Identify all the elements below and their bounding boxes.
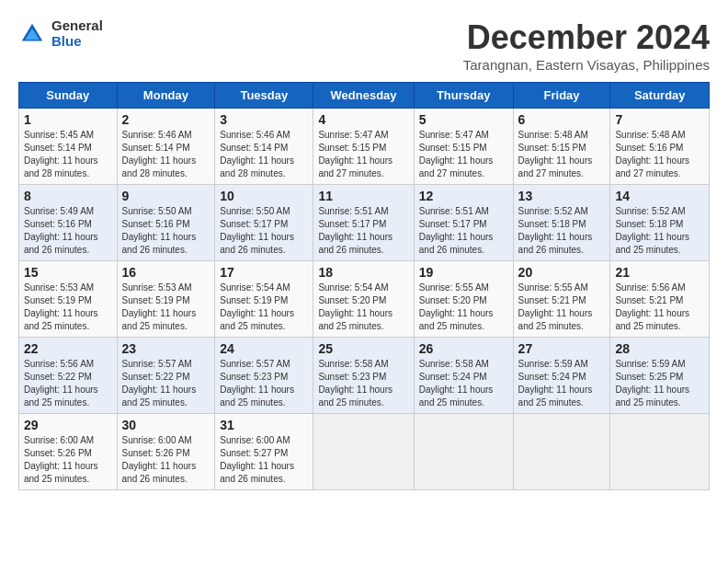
- day-number: 13: [518, 189, 606, 203]
- day-number: 20: [518, 265, 606, 280]
- calendar-day-cell: 24Sunrise: 5:57 AM Sunset: 5:23 PM Dayli…: [215, 338, 313, 414]
- calendar-day-cell: 4Sunrise: 5:47 AM Sunset: 5:15 PM Daylig…: [313, 109, 414, 185]
- day-number: 2: [122, 112, 210, 127]
- day-number: 14: [615, 189, 704, 203]
- day-detail: Sunrise: 5:49 AM Sunset: 5:16 PM Dayligh…: [24, 205, 112, 257]
- day-detail: Sunrise: 5:56 AM Sunset: 5:22 PM Dayligh…: [24, 358, 112, 409]
- day-detail: Sunrise: 5:46 AM Sunset: 5:14 PM Dayligh…: [220, 129, 308, 180]
- day-detail: Sunrise: 5:51 AM Sunset: 5:17 PM Dayligh…: [419, 205, 508, 257]
- calendar-week-row: 8Sunrise: 5:49 AM Sunset: 5:16 PM Daylig…: [19, 185, 710, 261]
- day-detail: Sunrise: 5:52 AM Sunset: 5:18 PM Dayligh…: [615, 205, 704, 257]
- day-of-week-header: Sunday: [19, 83, 118, 109]
- day-detail: Sunrise: 5:55 AM Sunset: 5:20 PM Dayligh…: [419, 282, 508, 333]
- day-number: 3: [220, 112, 308, 127]
- day-detail: Sunrise: 5:45 AM Sunset: 5:14 PM Dayligh…: [24, 129, 112, 180]
- day-of-week-header: Saturday: [610, 83, 710, 109]
- day-detail: Sunrise: 5:51 AM Sunset: 5:17 PM Dayligh…: [318, 205, 408, 257]
- day-detail: Sunrise: 5:48 AM Sunset: 5:15 PM Dayligh…: [518, 129, 606, 180]
- calendar-day-cell: 25Sunrise: 5:58 AM Sunset: 5:23 PM Dayli…: [313, 338, 414, 414]
- calendar-day-cell: 13Sunrise: 5:52 AM Sunset: 5:18 PM Dayli…: [513, 185, 610, 261]
- calendar-day-cell: 19Sunrise: 5:55 AM Sunset: 5:20 PM Dayli…: [414, 261, 513, 338]
- day-detail: Sunrise: 5:58 AM Sunset: 5:23 PM Dayligh…: [318, 358, 408, 409]
- day-detail: Sunrise: 5:53 AM Sunset: 5:19 PM Dayligh…: [122, 282, 210, 333]
- day-detail: Sunrise: 5:59 AM Sunset: 5:25 PM Dayligh…: [615, 358, 704, 409]
- day-number: 18: [318, 265, 408, 280]
- day-detail: Sunrise: 6:00 AM Sunset: 5:27 PM Dayligh…: [220, 434, 308, 486]
- day-number: 17: [220, 265, 308, 280]
- day-number: 16: [122, 265, 210, 280]
- title-area: December 2024 Tarangnan, Eastern Visayas…: [463, 18, 710, 73]
- day-detail: Sunrise: 5:46 AM Sunset: 5:14 PM Dayligh…: [122, 129, 210, 180]
- day-number: 8: [24, 189, 112, 203]
- day-number: 4: [318, 112, 408, 127]
- logo-text: General Blue: [51, 18, 103, 49]
- day-of-week-header: Monday: [117, 83, 215, 109]
- day-number: 5: [419, 112, 508, 127]
- day-of-week-header: Wednesday: [313, 83, 414, 109]
- day-detail: Sunrise: 5:57 AM Sunset: 5:23 PM Dayligh…: [220, 358, 308, 409]
- day-number: 23: [122, 341, 210, 356]
- calendar-week-row: 29Sunrise: 6:00 AM Sunset: 5:26 PM Dayli…: [19, 414, 710, 490]
- calendar-day-cell: 16Sunrise: 5:53 AM Sunset: 5:19 PM Dayli…: [117, 261, 215, 338]
- calendar-day-cell: 23Sunrise: 5:57 AM Sunset: 5:22 PM Dayli…: [117, 338, 215, 414]
- day-detail: Sunrise: 5:52 AM Sunset: 5:18 PM Dayligh…: [518, 205, 606, 257]
- calendar-day-cell: 31Sunrise: 6:00 AM Sunset: 5:27 PM Dayli…: [215, 414, 313, 490]
- day-number: 31: [220, 418, 308, 432]
- calendar-day-cell: 6Sunrise: 5:48 AM Sunset: 5:15 PM Daylig…: [513, 109, 610, 185]
- calendar-day-cell: 12Sunrise: 5:51 AM Sunset: 5:17 PM Dayli…: [414, 185, 513, 261]
- day-detail: Sunrise: 6:00 AM Sunset: 5:26 PM Dayligh…: [122, 434, 210, 486]
- calendar-day-cell: 10Sunrise: 5:50 AM Sunset: 5:17 PM Dayli…: [215, 185, 313, 261]
- day-number: 24: [220, 341, 308, 356]
- day-number: 19: [419, 265, 508, 280]
- calendar-day-cell: [513, 414, 610, 490]
- calendar-day-cell: 27Sunrise: 5:59 AM Sunset: 5:24 PM Dayli…: [513, 338, 610, 414]
- day-of-week-header: Friday: [513, 83, 610, 109]
- calendar-week-row: 1Sunrise: 5:45 AM Sunset: 5:14 PM Daylig…: [19, 109, 710, 185]
- day-number: 27: [518, 341, 606, 356]
- day-detail: Sunrise: 5:47 AM Sunset: 5:15 PM Dayligh…: [419, 129, 508, 180]
- day-number: 30: [122, 418, 210, 432]
- calendar-day-cell: 20Sunrise: 5:55 AM Sunset: 5:21 PM Dayli…: [513, 261, 610, 338]
- day-detail: Sunrise: 5:55 AM Sunset: 5:21 PM Dayligh…: [518, 282, 606, 333]
- calendar-day-cell: 15Sunrise: 5:53 AM Sunset: 5:19 PM Dayli…: [19, 261, 118, 338]
- calendar-day-cell: 22Sunrise: 5:56 AM Sunset: 5:22 PM Dayli…: [19, 338, 118, 414]
- calendar-day-cell: 1Sunrise: 5:45 AM Sunset: 5:14 PM Daylig…: [19, 109, 118, 185]
- day-number: 1: [24, 112, 112, 127]
- day-detail: Sunrise: 5:59 AM Sunset: 5:24 PM Dayligh…: [518, 358, 606, 409]
- calendar-week-row: 15Sunrise: 5:53 AM Sunset: 5:19 PM Dayli…: [19, 261, 710, 338]
- calendar-day-cell: 5Sunrise: 5:47 AM Sunset: 5:15 PM Daylig…: [414, 109, 513, 185]
- page-header: General Blue December 2024 Tarangnan, Ea…: [18, 18, 710, 73]
- calendar-day-cell: 30Sunrise: 6:00 AM Sunset: 5:26 PM Dayli…: [117, 414, 215, 490]
- logo-general: General: [51, 18, 103, 34]
- calendar-table: SundayMondayTuesdayWednesdayThursdayFrid…: [18, 82, 710, 490]
- calendar-day-cell: [414, 414, 513, 490]
- day-number: 29: [24, 418, 112, 432]
- day-detail: Sunrise: 5:54 AM Sunset: 5:19 PM Dayligh…: [220, 282, 308, 333]
- day-detail: Sunrise: 5:54 AM Sunset: 5:20 PM Dayligh…: [318, 282, 408, 333]
- subtitle: Tarangnan, Eastern Visayas, Philippines: [463, 57, 710, 73]
- calendar-day-cell: 8Sunrise: 5:49 AM Sunset: 5:16 PM Daylig…: [19, 185, 118, 261]
- day-detail: Sunrise: 5:47 AM Sunset: 5:15 PM Dayligh…: [318, 129, 408, 180]
- day-number: 10: [220, 189, 308, 203]
- day-detail: Sunrise: 5:48 AM Sunset: 5:16 PM Dayligh…: [615, 129, 704, 180]
- day-number: 12: [419, 189, 508, 203]
- main-title: December 2024: [463, 18, 710, 57]
- calendar-day-cell: 2Sunrise: 5:46 AM Sunset: 5:14 PM Daylig…: [117, 109, 215, 185]
- day-number: 9: [122, 189, 210, 203]
- calendar-day-cell: 29Sunrise: 6:00 AM Sunset: 5:26 PM Dayli…: [19, 414, 118, 490]
- day-detail: Sunrise: 5:50 AM Sunset: 5:17 PM Dayligh…: [220, 205, 308, 257]
- day-number: 26: [419, 341, 508, 356]
- day-detail: Sunrise: 5:57 AM Sunset: 5:22 PM Dayligh…: [122, 358, 210, 409]
- day-detail: Sunrise: 5:53 AM Sunset: 5:19 PM Dayligh…: [24, 282, 112, 333]
- calendar-day-cell: 18Sunrise: 5:54 AM Sunset: 5:20 PM Dayli…: [313, 261, 414, 338]
- calendar-day-cell: 21Sunrise: 5:56 AM Sunset: 5:21 PM Dayli…: [610, 261, 710, 338]
- calendar-day-cell: 26Sunrise: 5:58 AM Sunset: 5:24 PM Dayli…: [414, 338, 513, 414]
- calendar-day-cell: [610, 414, 710, 490]
- day-number: 15: [24, 265, 112, 280]
- day-number: 6: [518, 112, 606, 127]
- calendar-week-row: 22Sunrise: 5:56 AM Sunset: 5:22 PM Dayli…: [19, 338, 710, 414]
- logo-blue: Blue: [51, 34, 103, 50]
- calendar-day-cell: 9Sunrise: 5:50 AM Sunset: 5:16 PM Daylig…: [117, 185, 215, 261]
- day-number: 21: [615, 265, 704, 280]
- calendar-day-cell: 11Sunrise: 5:51 AM Sunset: 5:17 PM Dayli…: [313, 185, 414, 261]
